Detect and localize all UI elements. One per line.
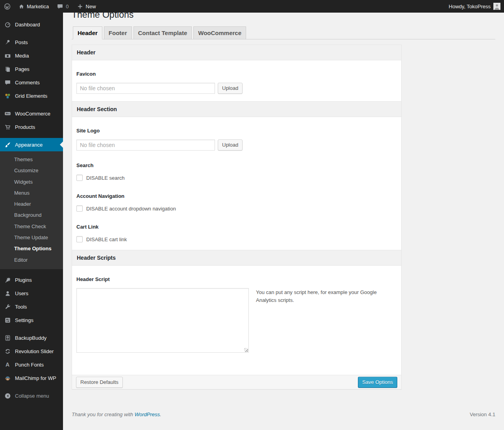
- tab-footer[interactable]: Footer: [104, 26, 132, 39]
- collapse-icon: [4, 393, 11, 399]
- user-avatar-icon: [493, 3, 500, 10]
- comments-icon: [4, 79, 11, 86]
- disable-search-checkbox[interactable]: [76, 175, 83, 181]
- sidebar-item-grid-elements[interactable]: Grid Elements: [0, 89, 63, 102]
- sidebar-item-punch-fonts[interactable]: APunch Fonts: [0, 358, 63, 372]
- sidebar-item-plugins[interactable]: Plugins: [0, 274, 63, 287]
- sidebar-item-posts[interactable]: Posts: [0, 35, 63, 49]
- menu-separator: [0, 134, 63, 138]
- restore-defaults-button[interactable]: Restore Defaults: [76, 377, 123, 388]
- grid-elements-icon: [4, 93, 11, 99]
- sidebar-item-label: Tools: [15, 304, 27, 310]
- theme-options-tabs: HeaderFooterContact TemplateWooCommerce: [72, 26, 495, 39]
- section-header-header: Header: [72, 45, 401, 60]
- sidebar-item-label: MailChimp for WP: [15, 375, 56, 381]
- woocommerce-icon: Woo: [4, 110, 11, 117]
- submenu-item-customize[interactable]: Customize: [0, 165, 63, 176]
- disable-account-nav-checkbox[interactable]: [76, 205, 83, 212]
- menu-separator: [0, 31, 63, 35]
- thanks-text: Thank you for creating with WordPress.: [72, 411, 161, 417]
- site-logo-file-input[interactable]: [76, 140, 215, 151]
- sidebar-item-mailchimp-for-wp[interactable]: MailChimp for WP: [0, 372, 63, 385]
- submenu-item-menus[interactable]: Menus: [0, 188, 63, 199]
- cart-icon: [4, 124, 11, 130]
- sidebar-item-revolution-slider[interactable]: Revolution Slider: [0, 345, 63, 358]
- sidebar-item-label: Pages: [15, 66, 30, 72]
- tab-header[interactable]: Header: [73, 26, 102, 39]
- submenu-item-background[interactable]: Background: [0, 210, 63, 221]
- tab-woocommerce[interactable]: WooCommerce: [193, 26, 246, 39]
- dashboard-icon: [4, 21, 11, 28]
- sidebar-item-pages[interactable]: Pages: [0, 62, 63, 76]
- header-script-label: Header Script: [76, 276, 397, 282]
- punch-fonts-icon: A: [4, 361, 11, 368]
- theme-options-panel: Header Favicon Upload Header Section Sit…: [72, 45, 402, 389]
- wordpress-link[interactable]: WordPress: [135, 411, 160, 417]
- disable-cart-link-checkbox[interactable]: [76, 236, 83, 242]
- sidebar-item-label: Revolution Slider: [15, 348, 54, 354]
- admin-sidebar-menu: DashboardPostsMediaPagesCommentsGrid Ele…: [0, 13, 63, 430]
- mailchimp-icon: [4, 375, 11, 382]
- disable-account-nav-text: DISABLE account dropdown navigation: [86, 206, 176, 212]
- submenu-item-widgets[interactable]: Widgets: [0, 177, 63, 188]
- sidebar-item-label: BackupBuddy: [15, 335, 46, 341]
- sidebar-item-dashboard[interactable]: Dashboard: [0, 18, 63, 31]
- sidebar-item-comments[interactable]: Comments: [0, 76, 63, 89]
- sidebar-item-tools[interactable]: Tools: [0, 300, 63, 314]
- sidebar-item-media[interactable]: Media: [0, 49, 63, 62]
- disable-account-nav-toggle[interactable]: DISABLE account dropdown navigation: [76, 205, 397, 212]
- main-content: Theme Options HeaderFooterContact Templa…: [63, 0, 504, 425]
- pages-icon: [4, 66, 11, 73]
- sidebar-item-appearance[interactable]: Appearance: [0, 138, 63, 151]
- submenu-item-theme-update[interactable]: Theme Update: [0, 232, 63, 243]
- site-logo-upload-button[interactable]: Upload: [218, 140, 243, 151]
- favicon-label: Favicon: [76, 71, 397, 77]
- sidebar-item-label: Grid Elements: [15, 93, 47, 99]
- account-navigation-label: Account Navigation: [76, 193, 397, 199]
- sidebar-item-backupbuddy[interactable]: BackupBuddy: [0, 331, 63, 345]
- sidebar-item-products[interactable]: Products: [0, 120, 63, 134]
- sidebar-item-collapse-menu[interactable]: Collapse menu: [0, 389, 63, 403]
- sidebar-item-label: Settings: [15, 317, 33, 323]
- users-icon: [4, 290, 11, 297]
- submenu-item-header[interactable]: Header: [0, 199, 63, 210]
- sidebar-item-label: Punch Fonts: [15, 362, 44, 368]
- sidebar-item-label: WooCommerce: [15, 111, 50, 117]
- header-script-help: You can put any script here, for example…: [256, 288, 379, 304]
- wordpress-logo-icon: [4, 3, 11, 10]
- search-label: Search: [76, 162, 397, 168]
- avatar[interactable]: [493, 3, 500, 10]
- new-label: New: [86, 4, 96, 9]
- comments-shortcut[interactable]: 0: [53, 0, 72, 13]
- sidebar-item-settings[interactable]: Settings: [0, 314, 63, 327]
- page-footer: Thank you for creating with WordPress. V…: [72, 411, 495, 425]
- submenu-item-theme-check[interactable]: Theme Check: [0, 221, 63, 232]
- new-content-button[interactable]: New: [73, 0, 100, 13]
- disable-cart-link-toggle[interactable]: DISABLE cart link: [76, 236, 397, 250]
- save-options-button[interactable]: Save Options: [358, 377, 397, 388]
- thanks-prefix: Thank you for creating with: [72, 411, 135, 417]
- howdy-account-link[interactable]: Howdy, TokoPress: [449, 4, 491, 9]
- site-name-link[interactable]: Marketica: [15, 0, 53, 13]
- menu-separator: [0, 327, 63, 331]
- menu-separator: [0, 385, 63, 389]
- wordpress-menu-button[interactable]: [0, 0, 15, 13]
- sidebar-item-label: Posts: [15, 39, 28, 45]
- cart-link-label: Cart Link: [76, 224, 397, 230]
- favicon-upload-button[interactable]: Upload: [218, 83, 243, 94]
- tab-contact-template[interactable]: Contact Template: [133, 26, 192, 39]
- sidebar-item-users[interactable]: Users: [0, 287, 63, 300]
- submenu-item-themes[interactable]: Themes: [0, 154, 63, 165]
- favicon-file-input[interactable]: [76, 83, 215, 94]
- site-name-label: Marketica: [27, 4, 49, 9]
- admin-bar: Marketica 0 New Howdy, TokoPress: [0, 0, 504, 13]
- submenu-item-editor[interactable]: Editor: [0, 255, 63, 266]
- sidebar-item-label: Dashboard: [15, 22, 40, 28]
- disable-search-toggle[interactable]: DISABLE search: [76, 175, 397, 181]
- site-logo-label: Site Logo: [76, 128, 397, 134]
- menu-separator: [0, 102, 63, 107]
- submenu-item-theme-options[interactable]: Theme Options: [0, 243, 63, 254]
- header-script-textarea[interactable]: [76, 288, 249, 353]
- sidebar-item-woocommerce[interactable]: WooWooCommerce: [0, 107, 63, 120]
- thanks-suffix: .: [160, 411, 161, 417]
